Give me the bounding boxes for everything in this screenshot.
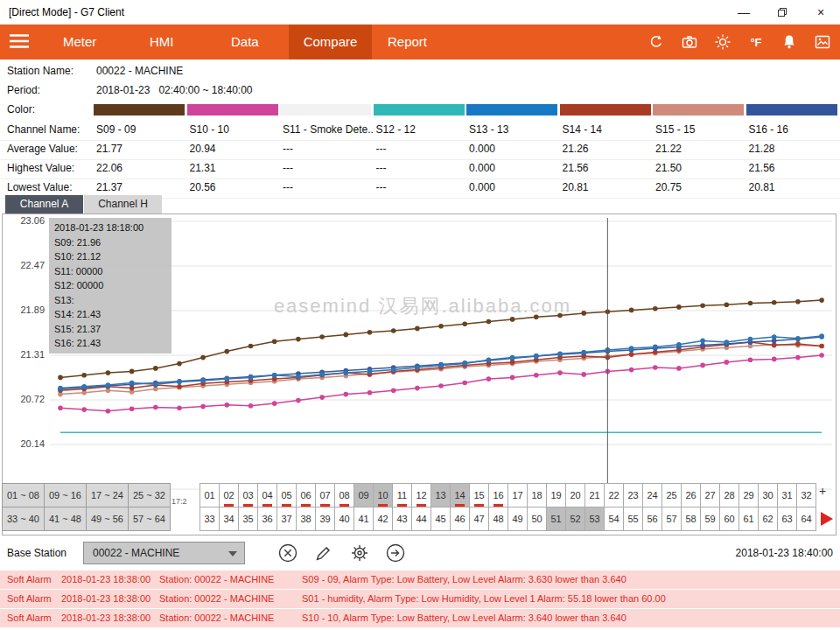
edit-pencil-icon[interactable] <box>312 542 335 564</box>
channel-number-cell[interactable]: 59 <box>700 507 720 531</box>
alarm-row[interactable]: Soft Alarm2018-01-23 18:38:00Station: 00… <box>0 609 840 627</box>
nav-item-hmi[interactable]: HMI <box>150 24 174 60</box>
channel-number-cell[interactable]: 05 <box>276 483 297 508</box>
channel-number-cell[interactable]: 51 <box>546 507 566 531</box>
channel-number-cell[interactable]: 35 <box>238 507 258 531</box>
channel-number-cell[interactable]: 46 <box>450 507 470 531</box>
channel-number-cell[interactable]: 60 <box>719 507 739 531</box>
channel-number-cell[interactable]: 52 <box>565 507 585 531</box>
channel-number-cell[interactable]: 24 <box>642 483 662 508</box>
channel-number-cell[interactable]: 30 <box>758 483 778 508</box>
channel-number-cell[interactable]: 32 <box>796 483 816 508</box>
channel-number-cell[interactable]: 13 <box>430 483 451 508</box>
channel-number-cell[interactable]: 40 <box>334 507 354 531</box>
nav-item-meter[interactable]: Meter <box>63 24 96 60</box>
go-arrow-icon[interactable] <box>384 542 407 564</box>
channel-number-cell[interactable]: 47 <box>469 507 489 531</box>
channel-number-cell[interactable]: 11 <box>392 483 412 508</box>
channel-number-cell[interactable]: 62 <box>758 507 778 531</box>
channel-number-cell[interactable]: 04 <box>257 483 277 508</box>
channel-number-cell[interactable]: 06 <box>296 483 316 508</box>
channel-number-cell[interactable]: 42 <box>373 507 393 531</box>
channel-number-cell[interactable]: 57 <box>662 507 682 531</box>
channel-number-cell[interactable]: 64 <box>796 507 816 531</box>
sync-icon[interactable] <box>646 32 667 52</box>
tab-channel-a[interactable]: Channel A <box>5 195 83 214</box>
channel-number-cell[interactable]: 14 <box>450 483 470 508</box>
plus-mark-right[interactable]: + <box>819 484 826 498</box>
channel-group-cell[interactable]: 09 ~ 16 <box>44 483 87 508</box>
channel-number-cell[interactable]: 29 <box>738 483 759 508</box>
channel-number-cell[interactable]: 37 <box>276 507 297 531</box>
nav-item-compare[interactable]: Compare <box>289 24 372 60</box>
channel-group-cell[interactable]: 41 ~ 48 <box>44 507 87 531</box>
channel-number-cell[interactable]: 07 <box>315 483 335 508</box>
channel-number-cell[interactable]: 23 <box>623 483 643 508</box>
channel-group-cell[interactable]: 01 ~ 08 <box>2 483 45 508</box>
channel-number-cell[interactable]: 25 <box>662 483 682 508</box>
channel-number-cell[interactable]: 31 <box>777 483 797 508</box>
channel-number-cell[interactable]: 26 <box>681 483 701 508</box>
channel-number-cell[interactable]: 08 <box>334 483 354 508</box>
channel-number-cell[interactable]: 02 <box>219 483 239 508</box>
channel-number-cell[interactable]: 22 <box>604 483 624 508</box>
brightness-sun-icon[interactable] <box>712 32 733 52</box>
channel-number-cell[interactable]: 36 <box>257 507 277 531</box>
tab-channel-h[interactable]: Channel H <box>84 195 162 214</box>
restore-button[interactable] <box>763 0 802 24</box>
channel-number-cell[interactable]: 33 <box>200 507 220 531</box>
hamburger-menu-icon[interactable] <box>9 33 30 52</box>
channel-group-cell[interactable]: 25 ~ 32 <box>128 483 171 508</box>
nav-item-data[interactable]: Data <box>231 24 259 60</box>
alarm-row[interactable]: Soft Alarm2018-01-23 18:38:00Station: 00… <box>0 570 840 589</box>
channel-number-cell[interactable]: 55 <box>623 507 643 531</box>
channel-number-cell[interactable]: 56 <box>642 507 662 531</box>
channel-number-cell[interactable]: 63 <box>777 507 797 531</box>
channel-number-cell[interactable]: 12 <box>411 483 431 508</box>
minimize-button[interactable]: — <box>724 0 763 24</box>
channel-number-cell[interactable]: 09 <box>354 483 374 508</box>
channel-number-cell[interactable]: 53 <box>584 507 605 531</box>
channel-number-cell[interactable]: 58 <box>681 507 701 531</box>
nav-item-report[interactable]: Report <box>388 24 427 60</box>
channel-number-cell[interactable]: 01 <box>200 483 220 508</box>
channel-number-cell[interactable]: 38 <box>296 507 316 531</box>
base-station-dropdown[interactable]: 00022 - MACHINE <box>83 542 245 564</box>
channel-number-cell[interactable]: 03 <box>238 483 258 508</box>
channel-number-cell[interactable]: 39 <box>315 507 335 531</box>
channel-group-cell[interactable]: 49 ~ 56 <box>86 507 129 531</box>
channel-number-cell[interactable]: 44 <box>411 507 431 531</box>
channel-number-cell[interactable]: 21 <box>584 483 605 508</box>
gear-icon[interactable] <box>348 542 371 564</box>
channel-number-cell[interactable]: 45 <box>430 507 451 531</box>
channel-number-cell[interactable]: 41 <box>354 507 374 531</box>
export-image-icon[interactable] <box>812 32 833 52</box>
channel-number-cell[interactable]: 61 <box>738 507 759 531</box>
channel-number-cell[interactable]: 49 <box>508 507 528 531</box>
channel-number-cell[interactable]: 50 <box>527 507 547 531</box>
row-label: Channel Name: <box>7 123 80 136</box>
channel-group-cell[interactable]: 33 ~ 40 <box>2 507 45 531</box>
channel-number-cell[interactable]: 18 <box>527 483 547 508</box>
channel-number-cell[interactable]: 27 <box>700 483 720 508</box>
channel-group-cell[interactable]: 17 ~ 24 <box>86 483 129 508</box>
channel-number-cell[interactable]: 20 <box>565 483 585 508</box>
alarm-row[interactable]: Soft Alarm2018-01-23 18:38:00Station: 00… <box>0 590 840 608</box>
channel-number-cell[interactable]: 28 <box>719 483 739 508</box>
channel-number-cell[interactable]: 16 <box>488 483 508 508</box>
channel-group-cell[interactable]: 57 ~ 64 <box>128 507 171 531</box>
channel-number-cell[interactable]: 43 <box>392 507 412 531</box>
channel-number-cell[interactable]: 34 <box>219 507 239 531</box>
camera-icon[interactable] <box>679 32 700 52</box>
channel-number-cell[interactable]: 19 <box>546 483 566 508</box>
channel-number-cell[interactable]: 10 <box>373 483 393 508</box>
close-button[interactable]: × <box>802 0 840 24</box>
channel-number-cell[interactable]: 48 <box>488 507 508 531</box>
channel-number-cell[interactable]: 15 <box>469 483 489 508</box>
fahrenheit-toggle[interactable]: °F <box>746 32 766 52</box>
alarm-bell-icon[interactable] <box>779 32 800 52</box>
channel-number-cell[interactable]: 54 <box>604 507 624 531</box>
channel-number-cell[interactable]: 17 <box>508 483 528 508</box>
next-page-arrow[interactable] <box>821 512 833 526</box>
clear-circle-x-icon[interactable] <box>276 542 299 564</box>
